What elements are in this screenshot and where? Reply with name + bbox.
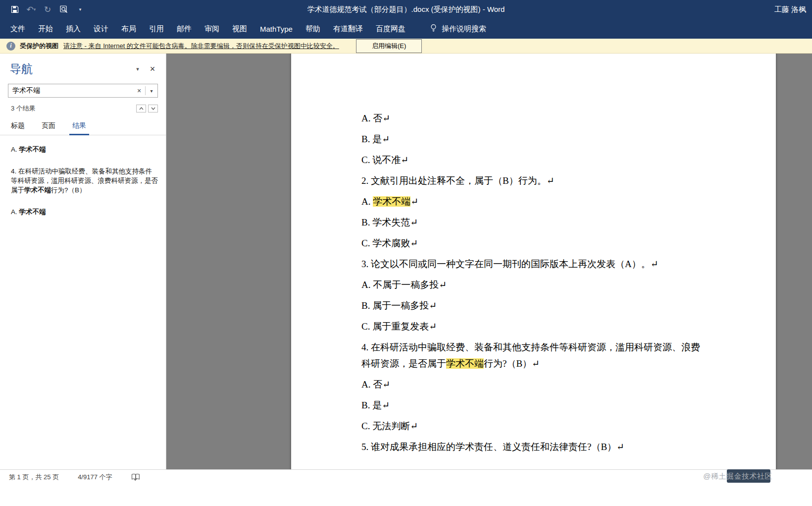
previous-result-button[interactable]: [136, 105, 146, 112]
word-window: ↶▾ ↻ ▾ 学术道德规范考试（部分题目）.docx (受保护的视图) - Wo…: [0, 0, 812, 506]
text-run: B. 是↵: [361, 400, 390, 410]
text-run: 行为?（B）↵: [484, 358, 540, 369]
undo-icon[interactable]: ↶▾: [26, 4, 36, 14]
doc-paragraph: B. 学术失范↵: [361, 214, 703, 230]
ribbon-tab-file[interactable]: 文件: [4, 19, 32, 39]
navigation-header: 导航 ▾ ×: [0, 54, 166, 80]
tell-me-label: 操作说明搜索: [442, 24, 486, 34]
text-run: 5. 谁对成果承担相应的学术责任、道义责任和法律责任?（B）↵: [361, 442, 624, 452]
text-run: B. 属于一稿多投↵: [361, 300, 437, 311]
nav-result-item[interactable]: A. 学术不端: [11, 207, 158, 217]
nav-pane-close-icon[interactable]: ×: [145, 63, 160, 75]
protected-view-label: 受保护的视图: [20, 42, 58, 51]
ribbon-tab-view[interactable]: 视图: [226, 19, 254, 39]
ribbon-tab-mailings[interactable]: 邮件: [170, 19, 198, 39]
tell-me-search[interactable]: 操作说明搜索: [430, 24, 486, 34]
redo-icon[interactable]: ↻: [43, 4, 52, 14]
nav-results-list: A. 学术不端4. 在科研活动中骗取经费、装备和其他支持条件等科研资源，滥用科研…: [0, 135, 166, 469]
nav-search-box: × ▾: [8, 84, 158, 98]
search-clear-icon[interactable]: ×: [133, 84, 145, 97]
doc-paragraph: A. 否↵: [361, 110, 703, 126]
nav-tab-pages[interactable]: 页面: [39, 118, 58, 135]
highlighted-text: 学术不端: [446, 358, 484, 369]
doc-paragraph: B. 是↵: [361, 131, 703, 147]
text-run: C. 学术腐败↵: [361, 238, 418, 248]
doc-paragraph: A. 不属于一稿多投↵: [361, 277, 703, 293]
document-canvas[interactable]: A. 否↵B. 是↵C. 说不准↵2. 文献引用出处注释不全，属于（B）行为。↵…: [166, 54, 812, 469]
ribbon-tab-review[interactable]: 审阅: [198, 19, 226, 39]
print-preview-icon[interactable]: [59, 4, 69, 14]
protected-view-message[interactable]: 请注意 - 来自 Internet 的文件可能包含病毒。除非需要编辑，否则保持在…: [63, 42, 339, 51]
text-run: B. 学术失范↵: [361, 217, 418, 227]
titlebar: ↶▾ ↻ ▾ 学术道德规范考试（部分题目）.docx (受保护的视图) - Wo…: [0, 0, 812, 19]
doc-paragraph: C. 说不准↵: [361, 152, 703, 168]
tell-me-icon: [430, 24, 437, 34]
text-run: C. 无法判断↵: [361, 421, 418, 431]
nav-tab-list: 标题页面结果: [0, 118, 166, 135]
nav-result-count-row: 3 个结果: [11, 104, 158, 113]
highlighted-text: 学术不端: [373, 196, 410, 207]
doc-paragraph: C. 学术腐败↵: [361, 235, 703, 251]
navigation-title: 导航: [10, 61, 130, 77]
ribbon-tab-baidu-netdisk[interactable]: 百度网盘: [369, 19, 412, 39]
text-run: 学术不端: [19, 208, 46, 216]
text-run: A. 不属于一稿多投↵: [361, 280, 447, 290]
watermark: @稀土掘金技术社区: [703, 472, 772, 481]
nav-result-item[interactable]: A. 学术不端: [11, 145, 158, 154]
status-bar: 第 1 页，共 25 页 4/9177 个字: [0, 469, 812, 484]
text-run: 学术不端: [19, 146, 46, 153]
save-icon[interactable]: [10, 4, 20, 14]
text-run: A. 否↵: [361, 379, 390, 390]
text-run: ↵: [410, 196, 418, 207]
qat-customize-icon[interactable]: ▾: [75, 4, 85, 14]
page-number-status[interactable]: 第 1 页，共 25 页: [9, 473, 59, 482]
ribbon-tab-layout[interactable]: 布局: [115, 19, 143, 39]
doc-paragraph: A. 学术不端↵: [361, 193, 703, 210]
ribbon-tab-mathtype[interactable]: MathType: [254, 19, 299, 39]
bottom-strip: [0, 484, 812, 506]
nav-pane-options-icon[interactable]: ▾: [130, 63, 145, 75]
text-run: B. 是↵: [361, 134, 390, 144]
doc-paragraph: A. 否↵: [361, 376, 703, 393]
doc-paragraph: B. 属于一稿多投↵: [361, 297, 703, 314]
result-count: 3 个结果: [11, 104, 136, 113]
nav-tab-results[interactable]: 结果: [69, 118, 89, 135]
nav-search-input[interactable]: [8, 84, 133, 97]
document-page: A. 否↵B. 是↵C. 说不准↵2. 文献引用出处注释不全，属于（B）行为。↵…: [291, 54, 776, 469]
ribbon-tab-insert[interactable]: 插入: [59, 19, 87, 39]
doc-paragraph: 4. 在科研活动中骗取经费、装备和其他支持条件等科研资源，滥用科研资源、浪费科研…: [361, 339, 703, 372]
ribbon-tab-home[interactable]: 开始: [32, 19, 59, 39]
proofing-status-icon[interactable]: [131, 473, 140, 481]
info-circle-icon: i: [6, 42, 15, 51]
account-user-name[interactable]: 工藤 洛枫: [774, 5, 812, 14]
text-run: A.: [361, 196, 373, 207]
doc-paragraph: 3. 论文以不同或同一种文字在同一期刊的国际版本上再次发表（A）。↵: [361, 256, 703, 272]
text-run: 3. 论文以不同或同一种文字在同一期刊的国际版本上再次发表（A）。↵: [361, 259, 659, 269]
next-result-button[interactable]: [148, 105, 158, 112]
main-area: 导航 ▾ × × ▾ 3 个结果 标题页面结果 A. 学术不端4. 在科研活动中…: [0, 54, 812, 469]
navigation-pane: 导航 ▾ × × ▾ 3 个结果 标题页面结果 A. 学术不端4. 在科研活动中…: [0, 54, 166, 469]
undo-dropdown-icon[interactable]: ▾: [34, 7, 36, 12]
text-run: 行为?（B）: [51, 186, 86, 194]
text-run: A.: [11, 146, 19, 153]
doc-paragraph: B. 是↵: [361, 397, 703, 413]
text-run: A.: [11, 208, 19, 216]
ribbon-tab-help[interactable]: 帮助: [299, 19, 327, 39]
doc-paragraph: C. 属于重复发表↵: [361, 318, 703, 335]
doc-paragraph: 2. 文献引用出处注释不全，属于（B）行为。↵: [361, 172, 703, 189]
protected-view-bar: i 受保护的视图 请注意 - 来自 Internet 的文件可能包含病毒。除非需…: [0, 39, 812, 54]
ribbon-tab-youdao-translate[interactable]: 有道翻译: [327, 19, 369, 39]
ribbon-tab-references[interactable]: 引用: [143, 19, 170, 39]
ribbon-tab-list: 文件开始插入设计布局引用邮件审阅视图MathType帮助有道翻译百度网盘: [0, 19, 412, 39]
word-count-status[interactable]: 4/9177 个字: [78, 473, 112, 482]
enable-editing-button[interactable]: 启用编辑(E): [356, 39, 422, 53]
quick-access-toolbar: ↶▾ ↻ ▾: [0, 4, 85, 14]
doc-paragraph: C. 无法判断↵: [361, 418, 703, 434]
ribbon-tab-bar: 文件开始插入设计布局引用邮件审阅视图MathType帮助有道翻译百度网盘 操作说…: [0, 19, 812, 39]
search-dropdown-icon[interactable]: ▾: [146, 84, 157, 97]
ribbon-tab-design[interactable]: 设计: [87, 19, 115, 39]
text-run: C. 说不准↵: [361, 155, 408, 165]
text-run: 2. 文献引用出处注释不全，属于（B）行为。↵: [361, 175, 555, 186]
nav-result-item[interactable]: 4. 在科研活动中骗取经费、装备和其他支持条件等科研资源，滥用科研资源、浪费科研…: [11, 167, 158, 195]
nav-tab-headings[interactable]: 标题: [8, 118, 28, 135]
